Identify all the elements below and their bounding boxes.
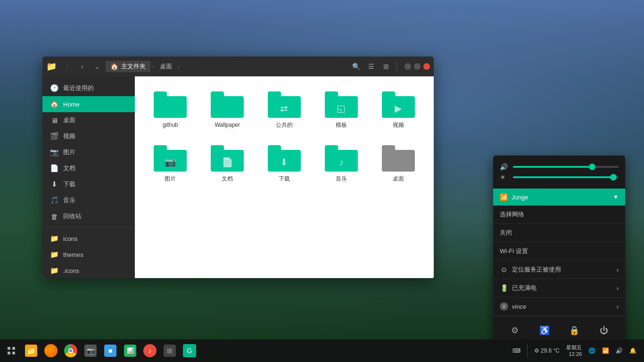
user-item[interactable]: V vince › xyxy=(493,297,625,316)
tray-separator xyxy=(527,344,528,358)
file-name-pictures: 图片 xyxy=(165,175,176,183)
wifi-off-item[interactable]: 关闭 xyxy=(493,224,625,242)
red-app-button[interactable]: ♪ xyxy=(140,341,159,360)
brightness-icon: ☀ xyxy=(500,173,509,181)
file-item-documents[interactable]: 📄 文档 xyxy=(201,140,254,189)
volume-icon: 🔊 xyxy=(500,163,509,171)
video-icon: ▶ xyxy=(395,103,402,114)
app7-button[interactable]: ⊞ xyxy=(160,341,179,360)
music-folder-icon: ♪ xyxy=(339,157,344,168)
icons-hidden-folder-icon: 📁 xyxy=(50,266,58,275)
temperature-tray-item[interactable]: ⚙ 29.6 °C xyxy=(532,346,561,355)
file-name-documents: 文档 xyxy=(222,175,233,183)
location-arrow: › xyxy=(617,266,619,273)
file-item-github[interactable]: github xyxy=(144,86,197,135)
sidebar-item-recent[interactable]: 🕐 最近使用的 xyxy=(42,80,135,96)
sidebar-item-music[interactable]: 🎵 音乐 xyxy=(42,192,135,208)
sidebar-item-icons-hidden[interactable]: 📁 .icons xyxy=(42,263,135,278)
battery-arrow: › xyxy=(617,285,619,292)
minimize-button[interactable] xyxy=(405,63,411,70)
close-button[interactable] xyxy=(423,63,430,70)
titlebar: 📁 ‹ › ⌄ 🏠 主文件夹 › 桌面 › 🔍 ☰ ⊞ xyxy=(42,57,434,76)
file-name-desktop-folder: 桌面 xyxy=(393,175,404,183)
documents-icon: 📄 xyxy=(50,164,58,173)
red-app-icon: ♪ xyxy=(143,344,157,357)
keyboard-tray-item[interactable]: ⌨ xyxy=(511,346,522,355)
user-avatar: V xyxy=(500,302,508,311)
lock-button[interactable]: 🔒 xyxy=(566,322,583,339)
sidebar-item-home[interactable]: 🏠 Home xyxy=(42,96,135,112)
search-button[interactable]: 🔍 xyxy=(349,60,363,73)
sidebar-item-desktop[interactable]: 🖥 桌面 xyxy=(42,112,135,128)
titlebar-actions: 🔍 ☰ ⊞ xyxy=(349,60,399,73)
power-button[interactable]: ⏻ xyxy=(595,322,612,339)
wifi-tray-item[interactable]: 📶 xyxy=(600,346,611,355)
settings-tray-icon: ⚙ xyxy=(534,347,539,354)
file-item-wallpaper[interactable]: Wallpaper xyxy=(201,86,254,135)
nav-up-button[interactable]: ⌄ xyxy=(91,60,104,73)
camera-app-button[interactable]: 📷 xyxy=(81,341,100,360)
recent-icon: 🕐 xyxy=(50,84,58,92)
apps-grid-button[interactable] xyxy=(2,341,21,360)
brightness-track[interactable] xyxy=(513,176,619,178)
list-view-button[interactable]: ☰ xyxy=(364,60,378,73)
sidebar-label-pictures: 图片 xyxy=(63,148,75,156)
sidebar-item-pictures[interactable]: 📷 图片 xyxy=(42,144,135,160)
music-icon: 🎵 xyxy=(50,196,58,205)
file-name-videos: 视频 xyxy=(393,122,404,129)
file-item-music[interactable]: ♪ 音乐 xyxy=(315,140,367,189)
svg-rect-3 xyxy=(12,352,15,354)
sidebar-item-trash[interactable]: 🗑 回收站 xyxy=(42,208,135,224)
sidebar-item-themes[interactable]: 📁 themes xyxy=(42,247,135,263)
file-item-videos[interactable]: ▶ 视频 xyxy=(372,86,424,135)
user-left: V vince xyxy=(500,302,526,311)
monitor-button[interactable]: 📊 xyxy=(121,341,140,360)
folder-icon-documents: 📄 xyxy=(211,145,244,172)
green-app-button[interactable]: G xyxy=(180,341,199,360)
editor-button[interactable]: ■ xyxy=(101,341,120,360)
sidebar-item-videos[interactable]: 🎬 视频 xyxy=(42,128,135,144)
chrome-inner xyxy=(68,348,73,353)
file-item-pictures[interactable]: 📷 图片 xyxy=(144,140,197,189)
doc-icon: 📄 xyxy=(222,156,233,168)
maximize-button[interactable] xyxy=(414,63,421,70)
path-desktop[interactable]: 桌面 xyxy=(156,61,176,72)
sidebar-item-downloads[interactable]: ⬇ 下载 xyxy=(42,176,135,192)
wifi-connected-item[interactable]: 📶 Junge ▼ xyxy=(493,189,625,206)
notifications-tray-item[interactable]: 🔔 xyxy=(627,346,638,355)
globe-tray-item[interactable]: 🌐 xyxy=(586,346,597,355)
file-item-public[interactable]: ⇄ 公共的 xyxy=(258,86,311,135)
sidebar-item-icons[interactable]: 📁 icons xyxy=(42,230,135,247)
file-item-downloads[interactable]: ⬇ 下载 xyxy=(258,140,311,189)
select-network-item[interactable]: 选择网络 xyxy=(493,206,625,224)
sidebar-item-documents[interactable]: 📄 文档 xyxy=(42,160,135,176)
path-home[interactable]: 🏠 主文件夹 xyxy=(106,61,150,72)
brightness-fill xyxy=(513,176,613,178)
datetime-tray-item[interactable]: 星期五 12:26 xyxy=(564,343,584,359)
grid-view-button[interactable]: ⊞ xyxy=(380,60,393,73)
sidebar-label-recent: 最近使用的 xyxy=(63,84,94,92)
file-item-desktop-folder[interactable]: 桌面 xyxy=(372,140,424,189)
file-item-templates[interactable]: ◱ 模板 xyxy=(315,86,367,135)
datetime-display: 星期五 12:26 xyxy=(566,344,582,358)
chrome-button[interactable] xyxy=(61,341,80,360)
accessibility-button[interactable]: ♿ xyxy=(536,322,553,339)
desktop-icon: 🖥 xyxy=(50,116,58,124)
wifi-settings-item[interactable]: Wi-Fi 设置 xyxy=(493,242,625,261)
share-icon: ⇄ xyxy=(280,103,288,114)
wifi-left: 📶 Junge xyxy=(500,193,528,201)
location-item[interactable]: ⊙ 定位服务正被使用 › xyxy=(493,261,625,279)
battery-item[interactable]: 🔋 已充满电 › xyxy=(493,279,625,297)
nav-back-button[interactable]: ‹ xyxy=(60,60,74,73)
brightness-row: ☀ xyxy=(500,173,619,181)
location-icon: ⊙ xyxy=(500,265,508,274)
home-sidebar-icon: 🏠 xyxy=(50,100,58,108)
folder-icon: 📁 xyxy=(46,61,57,72)
battery-icon: 🔋 xyxy=(500,284,508,292)
volume-tray-item[interactable]: 🔊 xyxy=(614,346,625,355)
firefox-button[interactable] xyxy=(41,341,60,360)
files-taskbar-button[interactable]: 📁 xyxy=(22,341,41,360)
nav-forward-button[interactable]: › xyxy=(75,60,89,73)
settings-panel-button[interactable]: ⚙ xyxy=(506,322,523,339)
volume-track[interactable] xyxy=(513,166,619,168)
